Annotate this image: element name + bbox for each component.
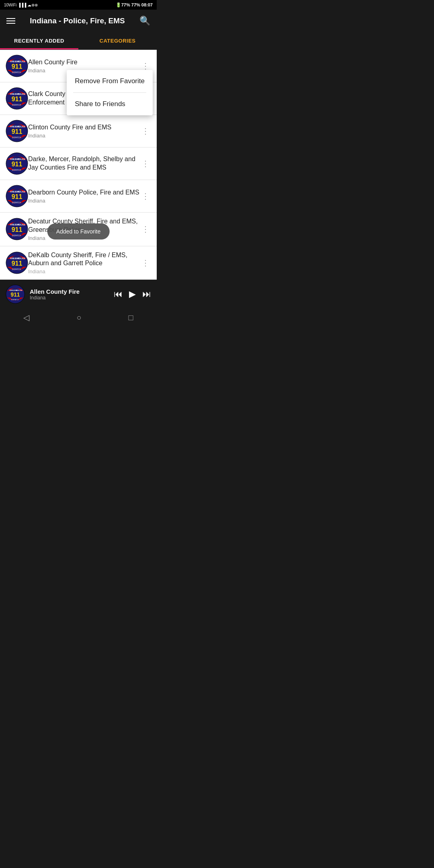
svg-text:POLICE: POLICE: [18, 257, 25, 260]
time: 77% 08:07: [131, 2, 153, 7]
more-button[interactable]: ⋮: [140, 188, 151, 204]
nav-bar: ◁ ○ □: [0, 309, 157, 326]
item-badge-icon: 911 FIRE/EMS POLICE DISPATCH: [6, 218, 28, 240]
svg-text:DISPATCH: DISPATCH: [11, 299, 19, 301]
back-button[interactable]: ◁: [14, 309, 39, 326]
svg-text:DISPATCH: DISPATCH: [12, 202, 21, 204]
item-badge-icon: 911 FIRE/EMS POLICE DISPATCH: [6, 152, 28, 175]
svg-text:POLICE: POLICE: [18, 158, 25, 160]
item-badge-icon: 911 FIRE/EMS POLICE DISPATCH: [6, 120, 28, 142]
item-subtitle: Indiana: [28, 133, 140, 139]
wifi-icon: 10WiFi: [4, 3, 16, 7]
list-item: 911 FIRE/EMS POLICE DISPATCH Dearborn Co…: [0, 180, 157, 213]
player-controls: ⏮ ▶ ⏭: [114, 289, 151, 299]
svg-text:911: 911: [12, 260, 23, 267]
svg-text:POLICE: POLICE: [18, 125, 25, 128]
item-title: Darke, Mercer, Randolph, Shelby and Jay …: [28, 155, 140, 172]
more-button[interactable]: ⋮: [140, 123, 151, 139]
toast-notification: Added to Favorite: [47, 223, 110, 240]
forward-button[interactable]: ⏭: [142, 289, 151, 299]
player-title: Allen County Fire: [30, 288, 114, 295]
item-badge-icon: 911 FIRE/EMS POLICE DISPATCH: [6, 87, 28, 110]
item-badge-icon: 911 FIRE/EMS POLICE DISPATCH: [6, 252, 28, 274]
player-badge-icon: 911 FIRE/EMS POLICE DISPATCH: [6, 285, 25, 304]
svg-text:POLICE: POLICE: [18, 93, 25, 95]
svg-text:POLICE: POLICE: [18, 223, 25, 226]
tab-categories[interactable]: CATEGORIES: [78, 32, 157, 49]
remove-favorite-option[interactable]: Remove From Favorite: [67, 70, 153, 92]
tab-recently-added[interactable]: RECENTLY ADDED: [0, 32, 78, 49]
status-bar: 10WiFi ▐▐▐ ☁⊕⊗ 🔋77% 77% 08:07: [0, 0, 157, 10]
app-header: Indiana - Police, Fire, EMS 🔍: [0, 10, 157, 32]
svg-text:911: 911: [12, 226, 23, 233]
list-item: 911 FIRE/EMS POLICE DISPATCH Allen Count…: [0, 50, 157, 82]
more-button[interactable]: ⋮: [140, 221, 151, 237]
item-title: Clinton County Fire and EMS: [28, 123, 140, 132]
svg-text:911: 911: [12, 63, 23, 70]
share-friends-option[interactable]: Share to Friends: [67, 93, 153, 115]
svg-text:911: 911: [12, 161, 23, 168]
search-button[interactable]: 🔍: [139, 16, 150, 26]
list-item: 911 FIRE/EMS POLICE DISPATCH DeKalb Coun…: [0, 246, 157, 280]
player-info: Allen County Fire Indiana: [30, 288, 114, 301]
rewind-button[interactable]: ⏮: [114, 289, 123, 299]
svg-text:POLICE: POLICE: [18, 190, 25, 193]
svg-text:911: 911: [12, 128, 23, 135]
svg-text:POLICE: POLICE: [16, 289, 23, 291]
item-subtitle: Indiana: [28, 198, 140, 204]
item-badge-icon: 911 FIRE/EMS POLICE DISPATCH: [6, 185, 28, 207]
home-button[interactable]: ○: [67, 310, 91, 326]
svg-text:911: 911: [12, 96, 23, 102]
svg-text:911: 911: [12, 193, 23, 200]
bottom-player: 911 FIRE/EMS POLICE DISPATCH Allen Count…: [0, 280, 157, 309]
svg-text:DISPATCH: DISPATCH: [12, 137, 21, 139]
item-subtitle: Indiana: [28, 268, 140, 274]
svg-text:DISPATCH: DISPATCH: [12, 104, 21, 106]
player-subtitle: Indiana: [30, 295, 114, 301]
dropdown-menu: Remove From Favorite Share to Friends: [67, 70, 153, 115]
item-title: Allen County Fire: [28, 58, 140, 67]
signal-icons: ▐▐▐: [18, 3, 26, 7]
item-title: Dearborn County Police, Fire and EMS: [28, 188, 140, 197]
item-content: DeKalb County Sheriff, Fire / EMS, Aubur…: [28, 251, 140, 275]
header-title: Indiana - Police, Fire, EMS: [30, 16, 125, 25]
list-item: 911 FIRE/EMS POLICE DISPATCH Darke, Merc…: [0, 147, 157, 180]
svg-text:DISPATCH: DISPATCH: [12, 235, 21, 237]
item-content: Darke, Mercer, Randolph, Shelby and Jay …: [28, 155, 140, 172]
list-container: 911 FIRE/EMS POLICE DISPATCH Allen Count…: [0, 50, 157, 280]
svg-text:POLICE: POLICE: [18, 60, 25, 63]
svg-text:DISPATCH: DISPATCH: [12, 72, 21, 74]
more-button[interactable]: ⋮: [140, 255, 151, 271]
extra-icons: ☁⊕⊗: [27, 3, 38, 7]
svg-text:DISPATCH: DISPATCH: [12, 268, 21, 270]
item-badge-icon: 911 FIRE/EMS POLICE DISPATCH: [6, 55, 28, 77]
recent-apps-button[interactable]: □: [119, 310, 143, 326]
tabs: RECENTLY ADDED CATEGORIES: [0, 32, 157, 50]
item-content: Clinton County Fire and EMS Indiana: [28, 123, 140, 139]
item-content: Dearborn County Police, Fire and EMS Ind…: [28, 188, 140, 204]
more-button[interactable]: ⋮: [140, 156, 151, 172]
list-item: 911 FIRE/EMS POLICE DISPATCH Clinton Cou…: [0, 115, 157, 147]
svg-text:DISPATCH: DISPATCH: [12, 169, 21, 171]
svg-text:911: 911: [11, 292, 20, 298]
play-button[interactable]: ▶: [129, 289, 136, 299]
menu-button[interactable]: [6, 18, 15, 24]
item-title: DeKalb County Sheriff, Fire / EMS, Aubur…: [28, 251, 140, 268]
battery-status: 🔋77%: [116, 2, 130, 8]
